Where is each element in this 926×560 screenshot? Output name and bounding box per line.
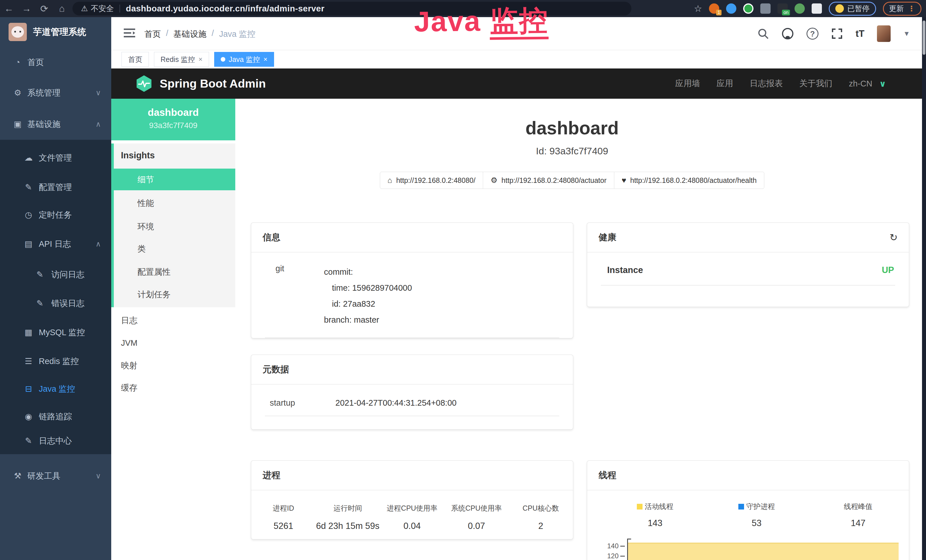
- metadata-row: startup 2021-04-27T00:44:31.254+08:00: [263, 393, 561, 408]
- sidebar-item-home[interactable]: ◔ 首页: [0, 53, 111, 71]
- threads-legend: 活动线程 守护进程 线程峰值: [587, 502, 909, 511]
- sba-nav-journal[interactable]: 日志报表: [749, 78, 782, 89]
- sidebar-item-access-logs[interactable]: ✎ 访问日志: [0, 265, 111, 283]
- sidebar-item-file-manage[interactable]: ☁ 文件管理: [0, 148, 111, 167]
- sidebar-item-java-monitor[interactable]: ⊟ Java 监控: [0, 380, 111, 398]
- header-actions: tT ▼: [758, 17, 910, 50]
- edit-icon: ✎: [22, 178, 35, 196]
- help-icon[interactable]: [806, 28, 819, 40]
- subnav-item-logs[interactable]: 日志: [111, 311, 235, 330]
- reload-icon[interactable]: ⟳: [35, 3, 53, 14]
- extension-icon[interactable]: [760, 3, 770, 14]
- trace-eye-icon: ◉: [22, 407, 35, 425]
- sidebar-item-trace[interactable]: ◉ 链路追踪: [0, 407, 111, 425]
- subnav-item-environment[interactable]: 环境: [111, 216, 235, 236]
- not-secure-warning-icon: ⚠: [81, 4, 88, 13]
- sba-nav-about[interactable]: 关于我们: [799, 78, 832, 89]
- home-icon[interactable]: ⌂: [53, 3, 71, 14]
- threads-chart: 140 120 100: [587, 538, 909, 560]
- sba-nav-wallboard[interactable]: 应用墙: [675, 78, 700, 89]
- yellow-legend-swatch-icon: [637, 504, 643, 510]
- instance-sidebar: dashboard 93a3fc7f7409 Insights 细节 性能 环境…: [111, 99, 235, 560]
- sba-locale-select[interactable]: zh-CN: [849, 79, 872, 88]
- not-secure-label[interactable]: 不安全: [91, 3, 114, 14]
- tab-java-monitor[interactable]: Java 监控 ×: [214, 52, 274, 67]
- update-button[interactable]: 更新 ⋮: [883, 2, 921, 16]
- user-avatar[interactable]: [877, 26, 891, 42]
- subnav-item-classes[interactable]: 类: [111, 239, 235, 259]
- sidebar-item-scheduled-tasks[interactable]: ◷ 定时任务: [0, 206, 111, 224]
- subnav-item-details[interactable]: 细节: [111, 169, 235, 190]
- subnav-item-mappings[interactable]: 映射: [111, 356, 235, 375]
- actuator-url-button[interactable]: ⚙ http://192.168.0.2:48080/actuator: [483, 172, 614, 189]
- health-history-icon[interactable]: ↺: [890, 232, 898, 243]
- process-cpu-value: 0.04: [380, 521, 444, 531]
- bookmark-star-icon[interactable]: ☆: [694, 3, 702, 14]
- extension-icon[interactable]: [743, 3, 754, 14]
- sidebar-item-mysql-monitor[interactable]: ▦ MySQL 监控: [0, 323, 111, 342]
- breadcrumb-home[interactable]: 首页: [144, 29, 161, 40]
- sba-nav: 应用墙 应用 日志报表 关于我们 zh-CN ∨: [675, 78, 886, 89]
- process-table-header: 进程ID 运行时间 进程CPU使用率 系统CPU使用率 CPU核心数: [251, 504, 573, 513]
- infra-submenu: ☁ 文件管理 ✎ 配置管理 ◷ 定时任务 ▤ API 日志 ∧ ✎ 访问日志 ✎: [0, 140, 111, 454]
- sidebar-item-dev-tools[interactable]: ⚒ 研发工具 ∨: [0, 467, 111, 485]
- extensions-puzzle-icon[interactable]: [812, 3, 822, 14]
- sidebar-item-api-logs[interactable]: ▤ API 日志 ∧: [0, 235, 111, 253]
- paused-profile-chip[interactable]: 已暂停: [829, 2, 876, 16]
- app-logo-image: [9, 23, 27, 41]
- subnav-item-config-props[interactable]: 配置属性: [111, 262, 235, 282]
- service-url-button[interactable]: ⌂ http://192.168.0.2:48080/: [380, 172, 483, 189]
- breadcrumb-infra[interactable]: 基础设施: [173, 29, 206, 40]
- search-icon[interactable]: [758, 28, 769, 39]
- info-key: git: [275, 264, 324, 328]
- peak-threads-value: 147: [807, 518, 909, 528]
- edit-icon: ✎: [34, 294, 46, 312]
- subnav-item-caches[interactable]: 缓存: [111, 378, 235, 397]
- url-text[interactable]: dashboard.yudao.iocoder.cn/infra/admin-s…: [126, 4, 325, 14]
- instance-name: dashboard: [111, 99, 235, 118]
- sidebar-item-system[interactable]: ⚙ 系统管理 ∨: [0, 83, 111, 102]
- close-icon[interactable]: ×: [198, 55, 203, 64]
- sidebar-item-log-center[interactable]: ✎ 日志中心: [0, 431, 111, 450]
- sba-brand-title[interactable]: Spring Boot Admin: [160, 77, 266, 91]
- redis-icon: ☰: [22, 352, 35, 370]
- subnav-item-metrics[interactable]: 性能: [111, 193, 235, 213]
- heart-pulse-icon: ♥: [622, 176, 626, 185]
- sidebar-item-error-logs[interactable]: ✎ 错误日志: [0, 294, 111, 312]
- app-logo-row[interactable]: 芋道管理系统: [9, 23, 86, 41]
- row-divider: [265, 416, 559, 416]
- monitor-chart-icon: ▣: [11, 115, 24, 133]
- browser-menu-icon[interactable]: ⋮: [908, 4, 915, 13]
- font-size-icon[interactable]: tT: [856, 28, 864, 39]
- sidebar-item-config-manage[interactable]: ✎ 配置管理: [0, 178, 111, 196]
- instance-main: dashboard Id: 93a3fc7f7409 ⌂ http://192.…: [235, 99, 926, 560]
- sba-nav-applications[interactable]: 应用: [716, 78, 733, 89]
- close-icon[interactable]: ×: [263, 55, 268, 64]
- metadata-key: startup: [270, 398, 335, 408]
- insights-group: Insights 细节 性能 环境 类 配置属性 计划任务: [111, 144, 235, 307]
- subnav-item-scheduled[interactable]: 计划任务: [111, 285, 235, 304]
- locale-caret-icon[interactable]: ∨: [879, 79, 886, 89]
- process-id-value: 5261: [251, 521, 316, 531]
- screen: ← → ⟳ ⌂ ⚠ 不安全 dashboard.yudao.iocoder.cn…: [0, 0, 926, 560]
- metadata-value: 2021-04-27T00:44:31.254+08:00: [335, 398, 457, 408]
- github-icon[interactable]: [781, 27, 794, 40]
- sidebar-item-infra[interactable]: ▣ 基础设施 ∧: [0, 115, 111, 133]
- forward-icon[interactable]: →: [18, 3, 35, 14]
- tab-redis-monitor[interactable]: Redis 监控 ×: [154, 52, 209, 67]
- extension-icon[interactable]: 1: [709, 3, 719, 14]
- health-url-button[interactable]: ♥ http://192.168.0.2:48080/actuator/heal…: [614, 172, 764, 189]
- tab-home[interactable]: 首页: [121, 52, 149, 67]
- subnav-item-jvm[interactable]: JVM: [111, 334, 235, 352]
- sidebar-item-redis-monitor[interactable]: ☰ Redis 监控: [0, 352, 111, 370]
- extension-icon[interactable]: [794, 3, 805, 14]
- page-scrollbar[interactable]: [922, 17, 926, 560]
- back-icon[interactable]: ←: [0, 3, 18, 14]
- fullscreen-icon[interactable]: [831, 28, 843, 40]
- legend-daemon-threads: 守护进程: [706, 502, 807, 511]
- extension-icon[interactable]: on: [778, 3, 788, 14]
- user-menu-caret-icon[interactable]: ▼: [903, 30, 910, 38]
- scrollbar-thumb[interactable]: [923, 21, 925, 55]
- extension-icon[interactable]: [726, 3, 736, 14]
- collapse-sidebar-icon[interactable]: [124, 28, 135, 38]
